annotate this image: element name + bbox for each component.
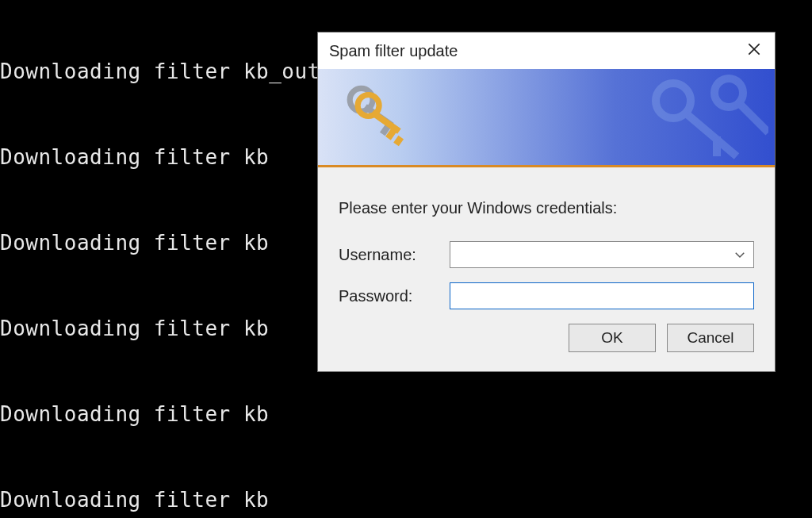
console-line: Downloading filter kb [0,400,812,428]
username-row: Username: [339,241,754,268]
dialog-button-row: OK Cancel [339,324,754,352]
password-label: Password: [339,287,450,305]
cancel-button[interactable]: Cancel [667,324,754,352]
username-combobox[interactable] [450,241,754,268]
password-input[interactable] [450,282,754,309]
chevron-down-icon[interactable] [733,247,747,262]
username-label: Username: [339,246,450,264]
username-input[interactable] [455,247,733,263]
dialog-body: Please enter your Windows credentials: U… [318,167,775,371]
dialog-titlebar[interactable]: Spam filter update [318,33,775,69]
svg-rect-6 [393,136,404,146]
console-line: Downloading filter kb [0,485,812,514]
close-button[interactable] [733,33,775,69]
dialog-banner [318,69,775,167]
prompt-text: Please enter your Windows credentials: [339,199,754,217]
ok-button[interactable]: OK [569,324,656,352]
banner-decor-icon [642,69,768,171]
keys-icon [337,77,408,152]
close-icon [746,41,762,60]
credential-prompt-dialog: Spam filter update [317,32,776,372]
password-row: Password: [339,282,754,309]
dialog-title: Spam filter update [329,42,458,60]
